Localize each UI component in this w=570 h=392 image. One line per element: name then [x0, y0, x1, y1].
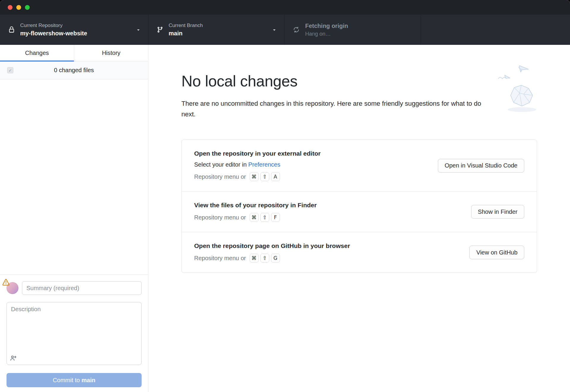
view-on-github-button[interactable]: View on GitHub [469, 246, 524, 259]
tab-changes-label: Changes [25, 50, 49, 56]
changes-list [0, 79, 148, 274]
suggestion-show-in-finder: View the files of your repository in Fin… [182, 191, 537, 232]
suggestion-line: Select your editor in Preferences [194, 161, 321, 168]
commit-button-branch: main [82, 377, 96, 383]
fetch-origin-button[interactable]: Fetching origin Hang on… [284, 15, 421, 45]
key-cmd: ⌘ [250, 172, 259, 181]
tab-changes[interactable]: Changes [0, 45, 74, 61]
key-shift: ⇧ [260, 213, 269, 222]
suggestion-title: View the files of your repository in Fin… [194, 202, 317, 209]
chevron-down-icon [136, 27, 141, 32]
sidebar-tabs: Changes History [0, 45, 148, 61]
commit-summary-input[interactable] [22, 281, 142, 295]
key-shift: ⇧ [260, 254, 269, 263]
main-pane: No local changes There are no uncommitte… [148, 45, 570, 392]
blankslate-illustration [496, 63, 538, 121]
repo-dropdown-label: Current Repository [20, 23, 87, 29]
menu-hint-text: Repository menu or [194, 214, 246, 221]
changed-files-row: ✓ 0 changed files [0, 61, 148, 79]
menu-hint-text: Repository menu or [194, 173, 246, 180]
menu-hint: Repository menu or ⌘ ⇧ G [194, 254, 350, 263]
tab-history-label: History [102, 50, 120, 56]
commit-button-prefix: Commit to [53, 377, 82, 383]
key-cmd: ⌘ [250, 254, 259, 263]
menu-hint: Repository menu or ⌘ ⇧ A [194, 172, 321, 181]
commit-description-input[interactable] [7, 302, 142, 365]
fetch-origin-label: Fetching origin [305, 23, 348, 29]
chevron-down-icon [272, 27, 277, 32]
toolbar: Current Repository my-flowershow-website… [0, 15, 570, 45]
menu-hint: Repository menu or ⌘ ⇧ F [194, 213, 317, 222]
sidebar: Changes History ✓ 0 changed files [0, 45, 148, 392]
commit-button[interactable]: Commit to main [7, 373, 142, 387]
key-letter: A [271, 172, 280, 181]
key-letter: F [271, 213, 280, 222]
branch-dropdown-label: Current Branch [169, 23, 203, 29]
sync-icon [293, 26, 300, 33]
fetch-status-text: Hang on… [305, 31, 348, 37]
add-coauthor-icon[interactable] [10, 355, 17, 363]
editor-line-text: Select your editor in [194, 161, 248, 168]
toolbar-spacer [421, 15, 570, 45]
suggestion-view-on-github: Open the repository page on GitHub in yo… [182, 232, 537, 273]
changed-files-count: 0 changed files [10, 67, 138, 74]
suggestions-card: Open the repository in your external edi… [181, 140, 537, 273]
key-letter: G [271, 254, 280, 263]
suggestion-title: Open the repository in your external edi… [194, 150, 321, 157]
close-button[interactable] [8, 5, 12, 10]
traffic-lights [8, 5, 30, 10]
preferences-link[interactable]: Preferences [248, 161, 280, 168]
repo-name: my-flowershow-website [20, 30, 87, 37]
show-in-finder-button[interactable]: Show in Finder [471, 205, 524, 219]
app-window: Current Repository my-flowershow-website… [0, 0, 570, 392]
zoom-button[interactable] [25, 5, 30, 10]
current-repository-dropdown[interactable]: Current Repository my-flowershow-website [0, 15, 148, 45]
tab-history[interactable]: History [74, 45, 148, 61]
branch-name: main [169, 30, 203, 37]
lock-icon [8, 26, 15, 33]
warning-icon [2, 279, 10, 287]
open-in-editor-button[interactable]: Open in Visual Studio Code [438, 159, 524, 173]
minimize-button[interactable] [16, 5, 21, 10]
suggestion-title: Open the repository page on GitHub in yo… [194, 242, 350, 249]
key-cmd: ⌘ [250, 213, 259, 222]
git-branch-icon [157, 26, 163, 33]
page-subtitle: There are no uncommitted changes in this… [181, 98, 487, 119]
suggestion-open-editor: Open the repository in your external edi… [182, 140, 537, 191]
commit-form: Commit to main [0, 274, 148, 392]
key-shift: ⇧ [260, 172, 269, 181]
titlebar [0, 0, 570, 15]
menu-hint-text: Repository menu or [194, 255, 246, 262]
current-branch-dropdown[interactable]: Current Branch main [148, 15, 284, 45]
